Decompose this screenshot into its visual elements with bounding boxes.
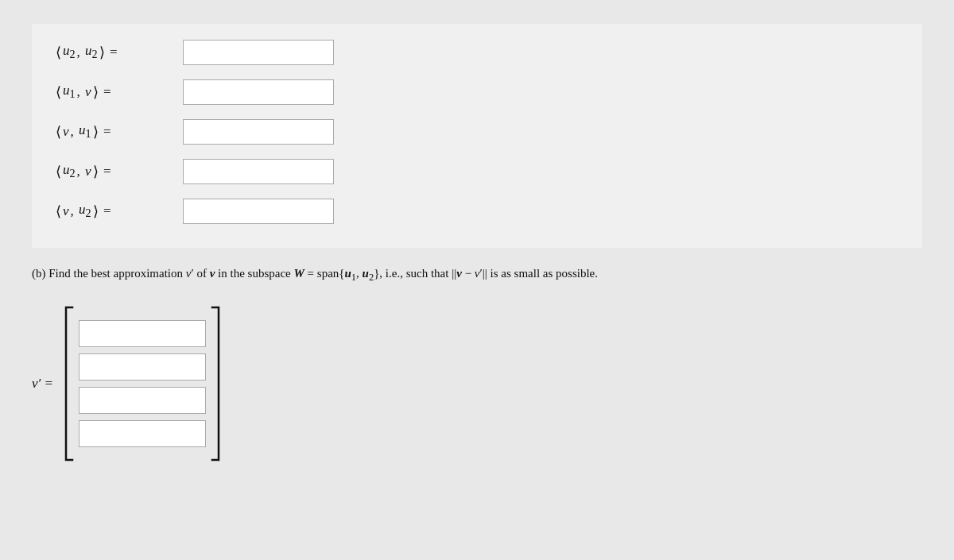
- inner-products-section: ⟨ u2 , u2 ⟩ = ⟨ u1 , v ⟩ = ⟨ v , u1 ⟩ =: [32, 24, 922, 248]
- input-vu1[interactable]: [183, 119, 334, 145]
- vector-prime-section: v′ =: [32, 304, 922, 463]
- v-prime-symbol: v: [32, 376, 38, 391]
- input-u2v[interactable]: [183, 159, 334, 184]
- vector-prime-input-2[interactable]: [79, 353, 206, 380]
- vector-prime-input-1[interactable]: [79, 320, 206, 347]
- vector-prime-input-3[interactable]: [79, 387, 206, 414]
- section-b-description: (b) Find the best approximation v′ of v …: [32, 264, 747, 285]
- right-bracket: [209, 304, 223, 463]
- inner-product-row-u2u2: ⟨ u2 , u2 ⟩ =: [56, 40, 898, 65]
- input-vu2[interactable]: [183, 199, 334, 224]
- vector-prime-inputs: [79, 304, 206, 463]
- vector-prime-input-4[interactable]: [79, 420, 206, 447]
- angle-open-vu1: ⟨: [56, 123, 61, 141]
- comma-u2u2: ,: [77, 44, 84, 60]
- inner-product-label-u2v: ⟨ u2 , v ⟩ =: [56, 162, 183, 180]
- vector-prime-label: v′ =: [32, 376, 53, 392]
- input-u2u2[interactable]: [183, 40, 334, 65]
- input-u1v[interactable]: [183, 79, 334, 105]
- angle-open-u1v: ⟨: [56, 83, 61, 101]
- inner-product-label-vu1: ⟨ v , u1 ⟩ =: [56, 122, 183, 141]
- angle-close-u2v: ⟩: [93, 163, 99, 180]
- label-u2: u2: [63, 43, 76, 61]
- equals-vu1: =: [100, 124, 111, 140]
- label-v-a: v: [85, 84, 91, 100]
- inner-product-row-u2v: ⟨ u2 , v ⟩ =: [56, 159, 898, 184]
- inner-product-row-vu2: ⟨ v , u2 ⟩ =: [56, 199, 898, 224]
- equals-u1v: =: [100, 84, 111, 100]
- inner-product-label-u1v: ⟨ u1 , v ⟩ =: [56, 83, 183, 101]
- inner-product-label-vu2: ⟨ v , u2 ⟩ =: [56, 202, 183, 220]
- angle-close-vu2: ⟩: [93, 203, 99, 220]
- label-u2b: u2: [85, 43, 98, 61]
- label-v-c: v: [85, 164, 91, 180]
- angle-close-u2u2: ⟩: [99, 44, 105, 61]
- left-bracket: [61, 304, 76, 463]
- inner-product-label-u2u2: ⟨ u2 , u2 ⟩ =: [56, 43, 183, 61]
- comma-vu2: ,: [71, 203, 78, 219]
- inner-product-row-u1v: ⟨ u1 , v ⟩ =: [56, 79, 898, 105]
- equals-u2v: =: [100, 164, 111, 180]
- comma-vu1: ,: [71, 124, 78, 140]
- label-v-d: v: [63, 203, 69, 219]
- angle-close-vu1: ⟩: [93, 123, 99, 141]
- label-u2d: u2: [79, 202, 91, 220]
- angle-close-u1v: ⟩: [93, 83, 99, 101]
- label-u1: u1: [63, 83, 76, 101]
- equals-vu2: =: [100, 203, 111, 219]
- comma-u1v: ,: [77, 84, 84, 100]
- label-u1b: u1: [79, 122, 91, 141]
- angle-open-vu2: ⟨: [56, 203, 61, 220]
- inner-product-row-vu1: ⟨ v , u1 ⟩ =: [56, 119, 898, 145]
- angle-open-u2u2: ⟨: [56, 44, 61, 61]
- label-v-b: v: [63, 124, 69, 140]
- angle-open-u2v: ⟨: [56, 163, 61, 180]
- matrix-bracket-container: [61, 304, 223, 463]
- section-b-prefix: (b) Find the best approximation v′ of v …: [32, 267, 598, 280]
- equals-u2u2: =: [107, 44, 118, 60]
- comma-u2v: ,: [77, 164, 84, 180]
- label-u2c: u2: [63, 162, 76, 180]
